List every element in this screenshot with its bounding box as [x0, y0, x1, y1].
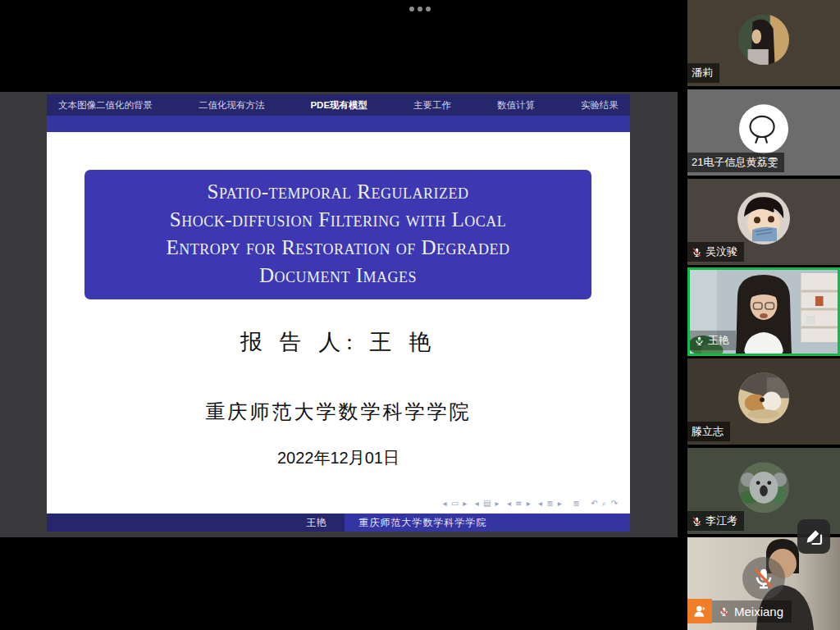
- more-options-handle[interactable]: [409, 7, 431, 11]
- participant-name-label: 21电子信息黄荔雯: [687, 153, 784, 172]
- muted-mic-icon: [719, 606, 729, 617]
- dot-icon: [426, 7, 431, 11]
- date-line: 2022年12月01日: [47, 447, 630, 469]
- shared-screen-area: 文本图像二值化的背景 二值化现有方法 PDE现有模型 主要工作 数值计算 实验结…: [0, 92, 678, 537]
- nav-item-numerics: 数值计算: [497, 99, 535, 112]
- muted-mic-overlay-icon: [742, 557, 785, 600]
- institution-line: 重庆师范大学数学科学学院: [47, 399, 630, 425]
- avatar: [738, 372, 789, 427]
- dot-icon: [409, 7, 414, 11]
- footer-author: 王艳: [47, 514, 345, 532]
- muted-mic-icon: [692, 247, 702, 258]
- title-line: Spatio-temporal Regularized: [84, 178, 591, 206]
- nav-item-background: 文本图像二值化的背景: [58, 99, 153, 112]
- avatar: [737, 192, 790, 248]
- presentation-slide: 文本图像二值化的背景 二值化现有方法 PDE现有模型 主要工作 数值计算 实验结…: [47, 94, 630, 532]
- nav-item-pde-models: PDE现有模型: [310, 99, 368, 112]
- slide-footer: 王艳 重庆师范大学数学科学学院: [47, 514, 630, 532]
- presenter-line: 报 告 人: 王 艳: [47, 327, 630, 357]
- muted-mic-icon: [692, 516, 702, 527]
- speech-bubble-avatar: [738, 103, 789, 158]
- participant-status-badge: [687, 599, 712, 623]
- nav-item-main-work: 主要工作: [413, 99, 451, 112]
- slide-body: Spatio-temporal Regularized Shock-diffus…: [47, 132, 630, 514]
- nav-item-methods: 二值化现有方法: [199, 99, 265, 112]
- participant-tile[interactable]: 吴汶骏: [687, 179, 840, 265]
- participant-tile-active-speaker[interactable]: 王艳: [687, 267, 840, 356]
- participant-name-label: 潘莉: [687, 63, 719, 83]
- title-line: Shock-diffusion Filtering with Local: [84, 206, 591, 234]
- nav-item-experiments: 实验结果: [581, 99, 619, 112]
- active-mic-icon: [694, 336, 705, 346]
- avatar: [738, 462, 789, 516]
- avatar: [738, 14, 789, 68]
- participant-name-label: 吴汶骏: [687, 242, 744, 262]
- participant-name-label: 滕立志: [687, 422, 730, 441]
- slide-title-box: Spatio-temporal Regularized Shock-diffus…: [84, 170, 591, 299]
- beamer-navigation-icons: ◂ ▭ ▸ ◂ ▤ ▸ ◂ ≡ ▸ ◂ ≣ ▸ ≣ ↶ ⌕ ↷: [443, 499, 619, 509]
- participant-tile[interactable]: 21电子信息黄荔雯: [687, 89, 840, 176]
- annotate-button[interactable]: [797, 519, 830, 554]
- dot-icon: [418, 7, 422, 11]
- title-line: Entropy for Restoration of Degraded: [84, 234, 591, 262]
- title-line: Document Images: [84, 262, 591, 290]
- participant-tile[interactable]: 潘莉: [687, 0, 840, 86]
- footer-institution: 重庆师范大学数学科学学院: [345, 514, 630, 532]
- pen-icon: [804, 527, 824, 546]
- participant-name-label: 王艳: [690, 331, 736, 350]
- participant-tile[interactable]: 滕立志: [687, 358, 840, 445]
- participant-name-label: Meixiang: [712, 600, 792, 623]
- slide-subnav-bar: [47, 116, 630, 132]
- slide-section-nav: 文本图像二值化的背景 二值化现有方法 PDE现有模型 主要工作 数值计算 实验结…: [47, 94, 630, 116]
- participant-name-label: 李江考: [687, 511, 744, 531]
